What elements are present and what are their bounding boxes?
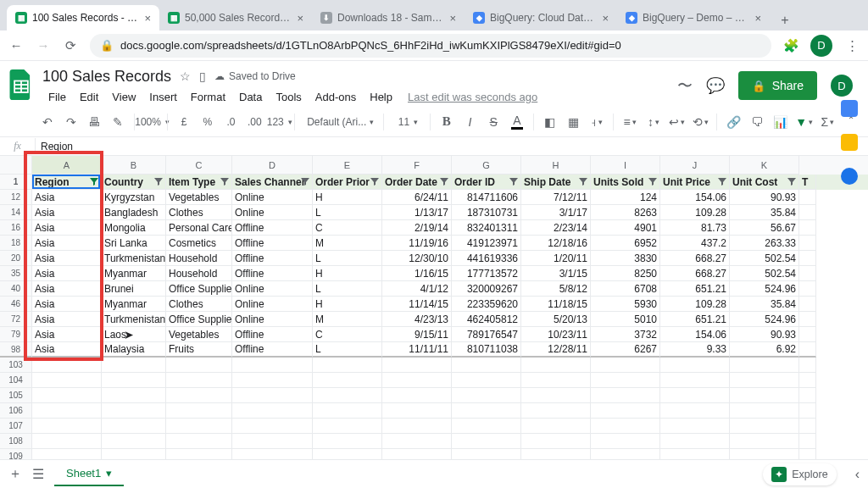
cell[interactable]: Offline <box>232 327 313 342</box>
cell[interactable]: 12/30/10 <box>382 251 452 266</box>
cell[interactable]: 4/1/12 <box>382 281 452 297</box>
column-header-K[interactable]: K <box>730 156 799 175</box>
cell[interactable]: Asia <box>32 266 102 281</box>
row-header[interactable]: 35 <box>0 266 32 281</box>
cell[interactable]: 668.27 <box>660 266 730 281</box>
cell[interactable]: Offline <box>232 342 313 358</box>
cell[interactable]: Asia <box>32 236 102 251</box>
url-input[interactable]: 🔒 docs.google.com/spreadsheets/d/1GTLnO8… <box>90 34 771 58</box>
cell[interactable] <box>382 373 452 388</box>
cell[interactable] <box>313 388 382 403</box>
cell[interactable] <box>382 419 452 434</box>
header-cell[interactable]: T <box>799 175 816 190</box>
row-header[interactable]: 103 <box>0 358 32 373</box>
row-header[interactable]: 98 <box>0 342 32 358</box>
comment-button[interactable]: 🗨 <box>747 112 767 132</box>
row-header[interactable]: 16 <box>0 220 32 236</box>
cell[interactable]: Clothes <box>166 297 232 312</box>
cell[interactable] <box>730 403 799 419</box>
cell[interactable] <box>32 434 102 449</box>
cell[interactable]: M <box>313 236 382 251</box>
row-header[interactable]: 105 <box>0 388 32 403</box>
cell[interactable]: 5930 <box>591 297 660 312</box>
cell[interactable]: 437.2 <box>660 236 730 251</box>
cell[interactable]: Vegetables <box>166 327 232 342</box>
cell[interactable] <box>730 434 799 449</box>
menu-tools[interactable]: Tools <box>270 88 307 106</box>
row-header[interactable]: 40 <box>0 281 32 297</box>
tab-close-icon[interactable]: × <box>754 12 761 25</box>
header-cell[interactable]: Region <box>32 175 102 190</box>
cell[interactable]: Asia <box>32 297 102 312</box>
tab-close-icon[interactable]: × <box>144 12 151 25</box>
cell[interactable] <box>32 358 102 373</box>
sheets-logo-icon[interactable] <box>7 66 36 103</box>
cell[interactable] <box>102 388 166 403</box>
cell[interactable]: Asia <box>32 251 102 266</box>
filter-icon[interactable] <box>370 176 380 186</box>
cell[interactable] <box>313 373 382 388</box>
cell[interactable]: Bangladesh <box>102 205 166 220</box>
cell[interactable]: 668.27 <box>660 251 730 266</box>
cell[interactable]: Asia <box>32 205 102 220</box>
cell[interactable] <box>382 388 452 403</box>
cell[interactable]: Personal Care <box>166 220 232 236</box>
cell[interactable] <box>102 434 166 449</box>
cell[interactable]: Asia <box>32 327 102 342</box>
cell[interactable] <box>799 205 816 220</box>
cell[interactable] <box>102 419 166 434</box>
decrease-decimals-button[interactable]: .0 <box>221 112 242 132</box>
cell[interactable]: Turkmenistan <box>102 251 166 266</box>
undo-button[interactable]: ↶ <box>37 112 58 132</box>
cell[interactable] <box>166 373 232 388</box>
link-button[interactable]: 🔗 <box>723 112 743 132</box>
cell[interactable]: 4901 <box>591 220 660 236</box>
cell[interactable]: 502.54 <box>730 251 799 266</box>
cell[interactable] <box>32 388 102 403</box>
italic-button[interactable]: I <box>460 112 481 132</box>
cell[interactable]: 3830 <box>591 251 660 266</box>
back-icon[interactable]: ← <box>8 38 24 53</box>
cell[interactable] <box>730 373 799 388</box>
cell[interactable]: 5010 <box>591 312 660 327</box>
cell[interactable] <box>521 419 591 434</box>
new-tab-button[interactable]: + <box>775 10 795 30</box>
menu-format[interactable]: Format <box>185 88 231 106</box>
cell[interactable] <box>521 388 591 403</box>
cell[interactable] <box>730 358 799 373</box>
cell[interactable]: Household <box>166 266 232 281</box>
menu-help[interactable]: Help <box>364 88 398 106</box>
cell[interactable] <box>591 388 660 403</box>
cell[interactable]: Fruits <box>166 342 232 358</box>
cell[interactable]: 6952 <box>591 236 660 251</box>
filter-icon[interactable] <box>509 176 519 186</box>
row-header[interactable]: 79 <box>0 327 32 342</box>
cell[interactable]: Offline <box>232 251 313 266</box>
cell[interactable]: 109.28 <box>660 297 730 312</box>
cell[interactable]: 810711038 <box>452 342 521 358</box>
percent-button[interactable]: % <box>198 112 218 132</box>
tab-close-icon[interactable]: × <box>602 12 609 25</box>
cell[interactable] <box>799 251 816 266</box>
cell[interactable]: 124 <box>591 190 660 205</box>
cell[interactable]: 789176547 <box>452 327 521 342</box>
cell[interactable]: Household <box>166 251 232 266</box>
cell[interactable]: 4/23/13 <box>382 312 452 327</box>
header-cell[interactable]: Sales Channel <box>232 175 313 190</box>
cell[interactable] <box>452 388 521 403</box>
header-cell[interactable]: Units Sold <box>591 175 660 190</box>
filter-icon[interactable] <box>439 176 449 186</box>
cell[interactable]: 3/1/17 <box>521 205 591 220</box>
cell[interactable] <box>799 373 816 388</box>
cell[interactable]: C <box>313 327 382 342</box>
sheet-tab-sheet1[interactable]: Sheet1▾ <box>54 462 124 486</box>
kebab-menu-icon[interactable]: ⋮ <box>844 38 860 53</box>
cell[interactable] <box>232 388 313 403</box>
cell[interactable]: 524.96 <box>730 281 799 297</box>
cell[interactable]: Asia <box>32 190 102 205</box>
cell[interactable]: 7/12/11 <box>521 190 591 205</box>
cell[interactable] <box>452 403 521 419</box>
cell[interactable]: 524.96 <box>730 312 799 327</box>
cell[interactable]: Vegetables <box>166 190 232 205</box>
browser-tab[interactable]: ◆BigQuery: Cloud Data Wareho× <box>465 5 617 30</box>
